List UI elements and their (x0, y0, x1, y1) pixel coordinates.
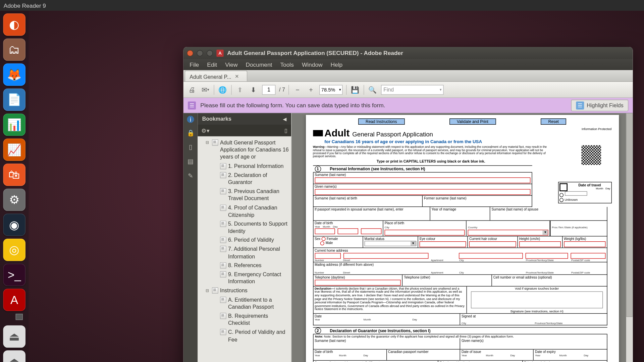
adobe-reader-window: A Adult General Passport Application (SE… (183, 47, 633, 362)
bookmark-item[interactable]: 7. Additional Personal Information (198, 245, 291, 261)
signatures-icon[interactable]: ✎ (186, 171, 195, 180)
bookmark-item[interactable]: 6. Period of Validity (198, 236, 291, 245)
toolbar: 🖨 ✉▾ 🌐 ⬆ ⬇ / 7 − + 78.5%▾ 💾 🔍 Find▾ (183, 82, 633, 98)
pages-icon[interactable]: ▯ (186, 142, 195, 152)
reset-button[interactable]: Reset (541, 118, 567, 125)
lock-icon[interactable]: 🔒 (186, 128, 195, 137)
date-of-travel-box: Date of travel Month Day Unknown (558, 182, 611, 203)
read-instructions-button[interactable]: Read Instructions (358, 118, 405, 125)
bookmark-item[interactable]: 4. Proof of Canadian Citizenship (198, 203, 291, 220)
print-icon[interactable]: 🖨 (187, 85, 197, 95)
menu-edit[interactable]: Edit (204, 60, 221, 69)
menubar: FileEditViewDocumentToolsWindowHelp (183, 59, 633, 70)
launcher-drive[interactable]: ⏏ (3, 350, 25, 362)
form-message: Please fill out the following form. You … (200, 102, 385, 109)
document-viewport[interactable]: Read Instructions Validate and Print Res… (291, 113, 633, 362)
save-icon[interactable]: 💾 (350, 85, 360, 95)
page-total: / 7 (279, 86, 285, 93)
document-tab[interactable]: Adult General P... ✕ (185, 71, 248, 81)
pdf-page: Read Instructions Validate and Print Res… (306, 115, 619, 362)
vertical-scrollbar[interactable] (626, 113, 633, 362)
form-icon: ☰ (188, 101, 196, 109)
menu-window[interactable]: Window (298, 60, 326, 69)
bookmark-item[interactable]: 9. Emergency Contact Information (198, 270, 291, 286)
launcher-settings[interactable]: ⚙ (3, 189, 25, 211)
search-icon[interactable]: 🔍 (368, 85, 377, 95)
system-top-bar: Adobe Reader 9 ◎ 📶 En 🔋 🔊 4:09 PM ⚙ (0, 0, 644, 11)
main-body: i 🔒 ▯ ▤ ✎ 💬 📎 Bookmarks ◀ ⚙▾ ▯ ⊟Adult Ge… (183, 113, 633, 362)
given-names-input[interactable] (315, 189, 530, 194)
zoom-in-icon[interactable]: + (306, 85, 316, 95)
launcher-software[interactable]: 🛍 (3, 164, 25, 186)
travel-unknown-radio[interactable] (559, 198, 563, 202)
bookmark-item[interactable]: 2. Declaration of Guarantor (198, 171, 291, 187)
launcher-files[interactable]: 🗂 (3, 39, 25, 61)
window-title: Adult General Passport Application (SECU… (227, 50, 403, 56)
bookmark-item[interactable]: ⊟Adult General Passport Application for … (198, 138, 291, 162)
highlight-icon: ☰ (576, 101, 584, 109)
adobe-reader-icon: A (216, 49, 223, 56)
bookmark-item[interactable]: C. Period of Validity and Fee (198, 328, 291, 344)
zoom-out-icon[interactable]: − (292, 85, 302, 95)
collab-icon[interactable]: 🌐 (218, 85, 227, 95)
validate-print-button[interactable]: Validate and Print (449, 118, 496, 125)
surname-input[interactable] (315, 177, 530, 183)
launcher-calc[interactable]: 📊 (3, 114, 25, 136)
workspace-switcher[interactable] (6, 314, 23, 323)
bookmark-item[interactable]: ⊟Instructions (198, 286, 291, 295)
form-info-bar: ☰ Please fill out the following form. Yo… (183, 98, 633, 113)
tab-close-icon[interactable]: ✕ (235, 74, 239, 79)
page-up-icon[interactable]: ⬆ (235, 85, 245, 95)
launcher-chrome[interactable]: ◎ (3, 239, 25, 261)
page-down-icon[interactable]: ⬇ (249, 85, 258, 95)
bookmark-item[interactable]: 5. Documents to Support Identity (198, 220, 291, 236)
qr-code (581, 145, 601, 165)
window-close-button[interactable] (187, 50, 193, 56)
bookmarks-tree: ⊟Adult General Passport Application for … (198, 136, 291, 362)
active-app-title: Adobe Reader 9 (4, 2, 644, 9)
tab-label: Adult General P... (190, 73, 231, 80)
bookmark-new-icon[interactable]: ▯ (284, 127, 287, 134)
menu-document[interactable]: Document (242, 60, 276, 69)
window-maximize-button[interactable] (207, 50, 213, 56)
bookmarks-options: ⚙▾ ▯ (198, 125, 291, 136)
bookmark-item[interactable]: 8. References (198, 261, 291, 270)
page-number-input[interactable] (262, 85, 275, 95)
document-tabs: Adult General P... ✕ (183, 70, 633, 82)
travel-date-radio[interactable] (559, 193, 563, 197)
side-panel-icons: i 🔒 ▯ ▤ ✎ 💬 📎 (183, 113, 198, 362)
bookmark-item[interactable]: A. Entitlement to a Canadian Passport (198, 295, 291, 312)
bookmarks-icon[interactable]: ▤ (186, 157, 195, 166)
find-input[interactable]: Find▾ (381, 85, 444, 95)
menu-tools[interactable]: Tools (277, 60, 298, 69)
launcher-adobe-reader[interactable]: A (3, 289, 25, 311)
menu-help[interactable]: Help (327, 60, 346, 69)
bookmarks-panel: Bookmarks ◀ ⚙▾ ▯ ⊟Adult General Passport… (198, 113, 291, 362)
bookmark-item[interactable]: 3. Previous Canadian Travel Document (198, 187, 291, 203)
launcher-dash[interactable]: ◐ (3, 13, 25, 36)
highlight-fields-button[interactable]: ☰ Highlight Fields (571, 100, 629, 111)
launcher-drive[interactable]: ⏏ (3, 325, 25, 348)
bookmark-item[interactable]: 1. Personal Information (198, 162, 291, 171)
launcher-steam[interactable]: ◉ (3, 214, 25, 236)
zoom-select[interactable]: 78.5%▾ (319, 85, 342, 95)
window-titlebar[interactable]: A Adult General Passport Application (SE… (183, 47, 633, 59)
bookmark-options-icon[interactable]: ⚙▾ (201, 127, 210, 134)
launcher-firefox[interactable]: 🦊 (3, 63, 25, 86)
sex-male-radio[interactable] (320, 241, 324, 245)
menu-view[interactable]: View (221, 60, 241, 69)
menu-file[interactable]: File (186, 60, 203, 69)
launcher-impress[interactable]: 📈 (3, 138, 25, 161)
launcher-terminal[interactable]: >_ (3, 264, 25, 286)
window-minimize-button[interactable] (197, 50, 203, 56)
sex-female-radio[interactable] (321, 237, 325, 241)
scrollbar-thumb[interactable] (626, 113, 633, 317)
bookmark-item[interactable]: B. Requirements Checklist (198, 311, 291, 328)
bookmarks-header: Bookmarks ◀ (198, 113, 291, 125)
launcher-writer[interactable]: 📄 (3, 88, 25, 111)
info-protected-label: Information Protected (582, 127, 611, 130)
info-icon[interactable]: i (187, 116, 194, 123)
email-icon[interactable]: ✉▾ (200, 85, 210, 95)
panel-collapse-icon[interactable]: ◀ (283, 116, 287, 121)
unity-launcher: ◐🗂🦊📄📊📈🛍⚙◉◎>_A⏏⏏🗑 (0, 11, 29, 362)
